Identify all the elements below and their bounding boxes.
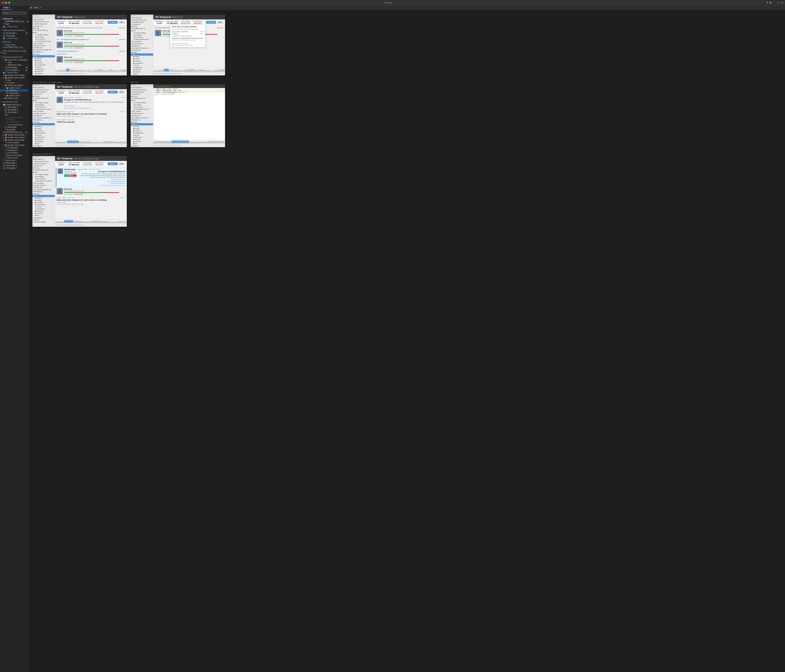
tree-item-codeship-steps-yml[interactable]: codeship-steps.yml bbox=[131, 21, 153, 23]
sidebar-item-rect7[interactable]: Rectangle 1 bbox=[0, 108, 28, 111]
tree-item-README-md[interactable]: README.md bbox=[33, 51, 55, 53]
sidebar-item-40commits[interactable]: T 40 commits span... bbox=[0, 123, 28, 126]
tree-item-tslint-json[interactable]: tslint.json bbox=[131, 147, 153, 147]
minimize-button[interactable] bbox=[5, 2, 7, 4]
sidebar-item-nicolas[interactable]: T @Nicolas Cage bbox=[0, 64, 28, 66]
tree-item---common[interactable]: ▶ common bbox=[33, 130, 55, 132]
sidebar-item-authos[interactable]: ▼ Authos by Activity bbox=[0, 84, 28, 87]
zoom-dropdown[interactable]: ▼ bbox=[40, 7, 42, 9]
expanded-commit-card-1[interactable]: 👤 Nicolas Cage 40 commits spanning 2 yea… bbox=[56, 167, 126, 187]
tree-item-README-md[interactable]: README.md bbox=[131, 49, 153, 51]
tree-item---selectors[interactable]: ▶ selectors bbox=[33, 72, 55, 75]
tree-item---reducers[interactable]: ▶ reducers bbox=[33, 210, 55, 212]
sidebar-item-headerstat3[interactable]: ▶ header stat number bbox=[0, 134, 28, 136]
tree-item-jest-config-js[interactable]: jest.config.js bbox=[33, 36, 55, 38]
play-icon[interactable]: ▶ bbox=[770, 2, 771, 4]
tree-item-package-lock-json[interactable]: package-lock.json bbox=[131, 113, 153, 114]
tree-item-arc-image-config-js[interactable]: arc-image-config.js bbox=[131, 32, 153, 34]
sidebar-item-sourcetree[interactable]: T source tree bbox=[0, 44, 28, 46]
tree-item-codeship-env[interactable]: codeship.env bbox=[33, 93, 55, 95]
tree-item-codeship-steps-yml[interactable]: codeship-steps.yml bbox=[33, 91, 55, 93]
sidebar-item-contributing2[interactable]: CONTRIBUTING_md_... bbox=[0, 46, 28, 48]
sidebar-item-homeview3[interactable]: ⌂ Home View bbox=[0, 71, 28, 74]
tree-item-arc-image-config-js[interactable]: arc-image-config.js bbox=[33, 102, 55, 104]
tree-item-package-lock-json[interactable]: package-lock.json bbox=[33, 184, 55, 186]
tree-item-README-md[interactable]: README.md bbox=[131, 119, 153, 121]
tree-item-mochaawesome-report[interactable]: mochaawesome-report bbox=[131, 38, 153, 41]
filter-input[interactable] bbox=[2, 11, 26, 15]
artboard2-collapse[interactable]: ▼ Artboard 2 bbox=[0, 17, 28, 20]
tree-item-index-tsx[interactable]: index.tsx bbox=[33, 134, 55, 136]
tree-item---src[interactable]: ▼ src bbox=[33, 55, 55, 57]
tree-item-tslint-json[interactable]: tslint.json bbox=[33, 147, 55, 147]
tree-item-arc-image-config-js[interactable]: arc-image-config.js bbox=[131, 102, 153, 104]
tree-item-codeship-services-yml[interactable]: codeship-services.yml bbox=[131, 89, 153, 91]
tree-item---dist[interactable]: ▶ dist bbox=[33, 171, 55, 173]
commits-btn-expanded[interactable]: Commits bbox=[108, 162, 117, 165]
tree-item-jest-config-js[interactable]: jest.config.js bbox=[131, 34, 153, 36]
tree-item---actions[interactable]: ▶ actions bbox=[33, 197, 55, 199]
sidebar-item-selected[interactable]: Selected bbox=[0, 89, 28, 92]
tree-item-babel-register-js[interactable]: babel-register.js bbox=[131, 17, 153, 19]
source-tree-last-collapse[interactable]: ▼ source trée! Last bbox=[0, 100, 28, 103]
share-icon[interactable]: ⬆ bbox=[766, 2, 768, 4]
tree-item-package-lock-json[interactable]: package-lock.json bbox=[131, 43, 153, 45]
tree-item-codeship-services-yml[interactable]: codeship-services.yml bbox=[33, 89, 55, 91]
tree-item-package-json[interactable]: package.json bbox=[33, 114, 55, 117]
tree-item---config[interactable]: ▶ config bbox=[131, 25, 153, 28]
tree-item-manifest-json[interactable]: manifest.json bbox=[131, 136, 153, 138]
expanded-commit-collapse[interactable]: ▼ Expanded commit card bbox=[0, 56, 28, 59]
tree-item-babel-register-js[interactable]: babel-register.js bbox=[33, 158, 55, 160]
sidebar-item-rect6[interactable]: Rectangle 1 bbox=[0, 106, 28, 108]
tree-item-babel-register-js[interactable]: babel-register.js bbox=[33, 86, 55, 89]
tree-item-jest-config-js[interactable]: jest.config.js bbox=[131, 104, 153, 106]
tree-item---src[interactable]: ▼ src bbox=[131, 123, 153, 125]
tree-item---reducers[interactable]: ▶ reducers bbox=[131, 69, 153, 71]
tree-item---actions[interactable]: ▶ actions bbox=[131, 125, 153, 128]
sidebar-item-commits[interactable]: T Commits bbox=[0, 81, 28, 84]
tree-item-lerna-lock-json[interactable]: lerna-lock.json bbox=[131, 36, 153, 38]
add-page-button[interactable]: + bbox=[12, 6, 16, 9]
tree-item-index-tsx[interactable]: index.tsx bbox=[33, 66, 55, 68]
tree-item-codeship-services-yml[interactable]: codeship-services.yml bbox=[33, 20, 55, 23]
tree-item-CONTRIBUTING-md[interactable]: CONTRIBUTING.md bbox=[33, 169, 55, 171]
tree-item-tsconfig-json[interactable]: tsconfig.json bbox=[33, 145, 55, 147]
close-button[interactable] bbox=[2, 2, 4, 4]
sidebar-item-homeview2[interactable]: ⌂ Home View bbox=[0, 37, 28, 39]
page1-tab[interactable]: Page 1 bbox=[2, 6, 12, 10]
tree-item-manifest-json[interactable]: manifest.json bbox=[33, 136, 55, 138]
send-icon[interactable]: ↗ bbox=[777, 2, 779, 4]
sidebar-item-contributors2[interactable]: T Contributors bbox=[0, 149, 28, 152]
sidebar-item-activetime[interactable]: T Active Time Span bbox=[0, 154, 28, 156]
sidebar-item-text-section[interactable]: text bbox=[0, 114, 28, 116]
tree-item-README-md[interactable]: README.md bbox=[33, 119, 55, 121]
tree-item---common[interactable]: ▶ common bbox=[33, 62, 55, 64]
tree-item---dist[interactable]: ▶ dist bbox=[33, 99, 55, 102]
sidebar-item-byauthor[interactable]: T By Author bbox=[0, 128, 28, 131]
tree-item-node-modules[interactable]: node_modules bbox=[33, 182, 55, 184]
tree-item-codeship-env[interactable]: codeship.env bbox=[33, 25, 55, 27]
tree-item---scripts[interactable]: ▶ scripts bbox=[131, 121, 153, 123]
tree-item-node-modules[interactable]: node_modules bbox=[33, 110, 55, 113]
sidebar-item-headerstat1[interactable]: ▶ header stat number bbox=[0, 74, 28, 77]
tree-item---assets[interactable]: ▶ assets bbox=[131, 58, 153, 60]
sidebar-item-rect3a[interactable]: Rectangle 3 bbox=[0, 162, 28, 164]
sidebar-item-files[interactable]: T Files bbox=[0, 79, 28, 81]
tree-item-package-json[interactable]: package.json bbox=[33, 47, 55, 49]
tree-item---config[interactable]: ▶ config bbox=[33, 95, 55, 97]
tree-item---reducers[interactable]: ▶ reducers bbox=[131, 138, 153, 141]
tree-item-codeship-services-yml[interactable]: codeship-services.yml bbox=[131, 19, 153, 21]
tree-item---test[interactable]: ▶ test bbox=[33, 143, 55, 145]
tree-item-babel-register-js[interactable]: babel-register.js bbox=[131, 86, 153, 89]
tree-item---assets[interactable]: ▶ assets bbox=[33, 59, 55, 62]
tree-item---config[interactable]: ▶ config bbox=[131, 95, 153, 97]
sidebar-item-path[interactable]: T Path bbox=[0, 23, 28, 25]
tree-item---dist[interactable]: ▶ dist bbox=[131, 30, 153, 32]
sidebar-item-authorcard1[interactable]: ▼ Author Card bbox=[0, 87, 28, 89]
tree-item---src[interactable]: ▼ src bbox=[131, 53, 153, 56]
sidebar-item-headerstat6[interactable]: ▶ header stat number bbox=[0, 144, 28, 146]
tree-item---common[interactable]: ▶ common bbox=[131, 60, 153, 62]
tree-item---selectors[interactable]: ▶ selectors bbox=[33, 141, 55, 143]
commits-btn-right[interactable]: Commits bbox=[206, 21, 216, 24]
tree-item-CONTRIBUTING-md[interactable]: CONTRIBUTING.md bbox=[131, 28, 153, 30]
